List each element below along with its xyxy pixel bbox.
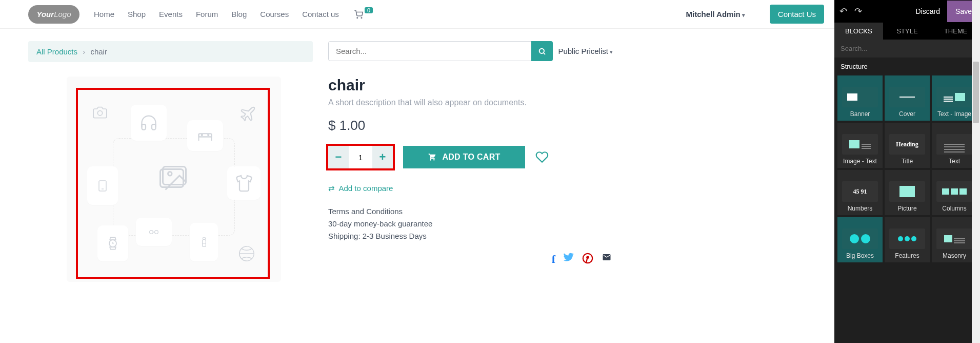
tab-style[interactable]: STYLE bbox=[883, 23, 932, 40]
share-buttons: f bbox=[328, 253, 613, 266]
block-banner[interactable]: Banner bbox=[837, 75, 883, 121]
heart-icon bbox=[535, 150, 549, 164]
editor-sidebar: ↶ ↷ Discard Save BLOCKS STYLE THEME Stru… bbox=[834, 0, 980, 343]
nav-events[interactable]: Events bbox=[159, 10, 183, 18]
block-text-image[interactable]: Text - Image bbox=[932, 75, 977, 121]
cart-icon bbox=[353, 10, 364, 19]
nav-courses[interactable]: Courses bbox=[260, 10, 289, 18]
mail-icon[interactable] bbox=[601, 253, 613, 266]
svg-point-0 bbox=[357, 17, 358, 18]
cart-link[interactable]: 0 bbox=[353, 10, 373, 19]
twitter-icon[interactable] bbox=[563, 253, 575, 266]
product-image-placeholder[interactable] bbox=[67, 77, 281, 282]
block-big-boxes[interactable]: Big Boxes bbox=[837, 217, 883, 262]
block-features[interactable]: Features bbox=[885, 217, 930, 262]
svg-line-18 bbox=[544, 53, 546, 54]
user-menu[interactable]: Mitchell Admin bbox=[686, 10, 745, 18]
add-to-cart-button[interactable]: ADD TO CART bbox=[403, 146, 525, 168]
quantity-group: − + bbox=[328, 146, 393, 168]
breadcrumb-current: chair bbox=[90, 47, 107, 56]
site-logo[interactable]: YourLogo bbox=[28, 5, 79, 24]
pricelist-dropdown[interactable]: Public Pricelist bbox=[558, 47, 613, 55]
block-columns[interactable]: Columns bbox=[932, 170, 977, 215]
product-terms[interactable]: Terms and Conditions 30-day money-back g… bbox=[328, 205, 613, 242]
scrollbar-thumb[interactable] bbox=[973, 62, 979, 123]
cart-count-badge: 0 bbox=[365, 7, 373, 13]
highlight-box-qty bbox=[326, 144, 395, 170]
contact-us-button[interactable]: Contact Us bbox=[770, 5, 824, 24]
block-text[interactable]: Text bbox=[932, 123, 977, 168]
section-structure: Structure bbox=[834, 58, 980, 75]
main-nav: Home Shop Events Forum Blog Courses Cont… bbox=[94, 10, 339, 18]
block-numbers[interactable]: 45 91 Numbers bbox=[837, 170, 883, 215]
site-header: YourLogo Home Shop Events Forum Blog Cou… bbox=[0, 0, 834, 29]
svg-point-1 bbox=[361, 17, 362, 18]
highlight-box bbox=[76, 88, 270, 279]
nav-shop[interactable]: Shop bbox=[128, 10, 146, 18]
breadcrumb-root[interactable]: All Products bbox=[36, 47, 77, 56]
nav-blog[interactable]: Blog bbox=[231, 10, 247, 18]
nav-contact[interactable]: Contact us bbox=[302, 10, 339, 18]
block-picture[interactable]: Picture bbox=[885, 170, 930, 215]
svg-point-17 bbox=[539, 48, 544, 53]
discard-button[interactable]: Discard bbox=[916, 7, 940, 15]
nav-forum[interactable]: Forum bbox=[196, 10, 218, 18]
wishlist-button[interactable] bbox=[535, 150, 549, 164]
compare-icon: ⇄ bbox=[328, 184, 335, 193]
product-title: chair bbox=[328, 77, 613, 94]
search-icon bbox=[538, 47, 546, 55]
add-to-compare-link[interactable]: ⇄ Add to compare bbox=[328, 184, 393, 193]
tab-blocks[interactable]: BLOCKS bbox=[834, 23, 883, 40]
svg-line-21 bbox=[586, 258, 587, 262]
product-description[interactable]: A short description that will also appea… bbox=[328, 98, 613, 107]
redo-button[interactable]: ↷ bbox=[854, 6, 862, 17]
search-button[interactable] bbox=[531, 41, 553, 61]
undo-button[interactable]: ↶ bbox=[839, 6, 847, 17]
block-title[interactable]: Heading Title bbox=[885, 123, 930, 168]
breadcrumb-separator: › bbox=[83, 47, 85, 56]
block-cover[interactable]: Cover bbox=[885, 75, 930, 121]
nav-home[interactable]: Home bbox=[94, 10, 114, 18]
block-image-text[interactable]: Image - Text bbox=[837, 123, 883, 168]
cart-icon bbox=[428, 153, 437, 161]
block-search-input[interactable] bbox=[834, 40, 980, 58]
product-price: $ 1.00 bbox=[328, 118, 613, 134]
page-scrollbar[interactable] bbox=[972, 0, 980, 343]
facebook-icon[interactable]: f bbox=[552, 253, 555, 266]
search-input[interactable] bbox=[328, 41, 531, 61]
pinterest-icon[interactable] bbox=[582, 253, 593, 266]
block-masonry[interactable]: Masonry bbox=[932, 217, 977, 262]
breadcrumb: All Products › chair bbox=[28, 41, 313, 62]
